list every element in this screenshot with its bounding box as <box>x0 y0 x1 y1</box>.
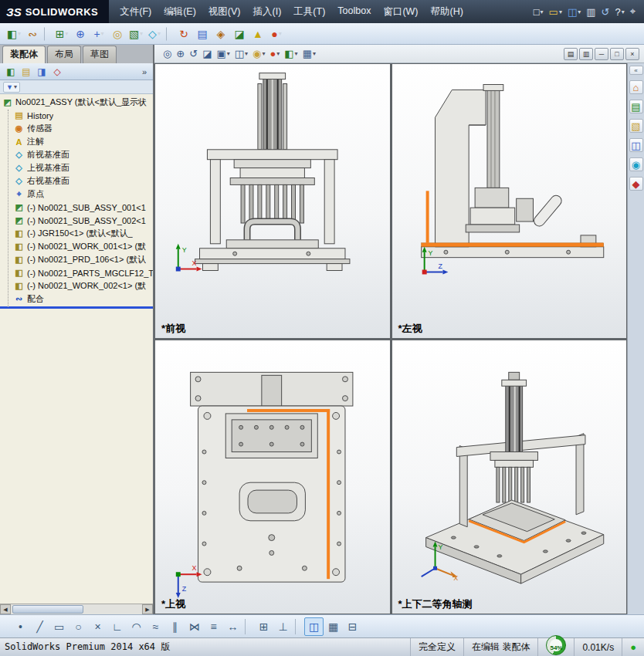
sketch-separator[interactable] <box>295 619 302 634</box>
menu-insert[interactable]: 插入(I) <box>247 2 288 22</box>
linear-sketch-pattern-button[interactable]: ⊞ <box>254 617 273 636</box>
window-cascade-button[interactable]: ▤ <box>564 48 578 60</box>
viewport-layout-button[interactable]: ◫ <box>304 617 324 636</box>
menu-tools[interactable]: 工具(T) <box>287 2 331 22</box>
sketch-point-button[interactable]: • <box>11 617 30 636</box>
smart-dimension-button[interactable]: ↔ <box>223 617 242 636</box>
insert-components-button[interactable]: ◧ ▾ <box>5 25 23 42</box>
menu-edit[interactable]: 编辑(E) <box>158 2 202 22</box>
zoom-to-area-button[interactable]: ⊕ <box>174 46 187 62</box>
tree-item-history[interactable]: ▤ History <box>0 109 153 122</box>
panel-expand-button[interactable]: » <box>139 67 150 76</box>
viewport-front[interactable]: Y X *前视 <box>155 64 390 338</box>
viewport-isometric[interactable]: Y X *上下二等角轴测 <box>392 340 627 614</box>
propertymanager-tab[interactable]: ▤ <box>19 65 34 79</box>
window-minimize-button[interactable]: ─ <box>595 48 608 60</box>
tree-item-work-001[interactable]: ◧ (-) No0021_WORK_001<1> (默 <box>0 240 153 253</box>
mate-button[interactable]: ∾ <box>23 25 42 42</box>
assembly-features-button[interactable]: ▧ ▾ <box>127 25 145 42</box>
view-palette-icon[interactable]: ◫ <box>629 138 643 152</box>
tree-item-sub-assy-002[interactable]: ◩ (-) No0021_SUB_ASSY_002<1 <box>0 214 153 227</box>
zoom-to-fit-button[interactable]: ◎ <box>161 46 174 62</box>
offset-entities-button[interactable]: ∥ <box>165 617 185 636</box>
print-button[interactable]: ▥ <box>584 3 598 20</box>
sketch-arc-button[interactable]: ◠ <box>127 617 146 636</box>
sketch-separator[interactable] <box>245 619 252 634</box>
hide-show-items-button[interactable]: ◉ ▾ <box>250 46 267 62</box>
task-pane-home-icon[interactable]: ⌂ <box>629 80 643 94</box>
window-close-button[interactable]: × <box>625 48 639 60</box>
appearances-scenes-icon[interactable]: ◉ <box>629 157 643 171</box>
pin-menu-button[interactable]: ⌖ <box>628 3 638 20</box>
tree-item-parts-mgclf12[interactable]: ◧ (-) No0021_PARTS_MGCLF12_T <box>0 266 153 279</box>
custom-properties-icon[interactable]: ◆ <box>629 177 643 191</box>
open-document-button[interactable]: ▭ ▾ <box>547 3 564 20</box>
tree-item-root-assembly[interactable]: ◩ No0021_ASSY (默认<默认_显示状 <box>0 96 153 109</box>
menu-help[interactable]: 帮助(H) <box>425 2 469 22</box>
toolbar-separator[interactable] <box>166 27 172 41</box>
view-settings-button[interactable]: ▦ ▾ <box>300 46 318 62</box>
linear-component-pattern-button[interactable]: ⊞ ▾ <box>53 25 71 42</box>
add-relations-button[interactable]: ⊥ <box>273 617 293 636</box>
tree-horizontal-scrollbar[interactable]: ◀ ▶ <box>0 604 153 614</box>
reference-geometry-button[interactable]: ◇ ▾ <box>145 25 164 42</box>
viewport-top[interactable]: X Z *上视 <box>155 340 390 614</box>
viewport-left[interactable]: Y Z *左视 <box>392 64 627 338</box>
tree-item-right-plane[interactable]: ◇ 右视基准面 <box>0 174 153 188</box>
scrollbar-thumb[interactable] <box>12 605 83 614</box>
bill-of-materials-button[interactable]: ▤ <box>193 25 212 42</box>
exploded-view-button[interactable]: ◈ <box>212 25 230 42</box>
tree-item-sub-assy-001[interactable]: ◩ (-) No0021_SUB_ASSY_001<1 <box>0 201 153 214</box>
help-button[interactable]: ? ▾ <box>612 3 626 20</box>
menu-window[interactable]: 窗口(W) <box>377 2 424 22</box>
section-view-button[interactable]: ◪ <box>200 46 214 62</box>
tab-sketch[interactable]: 草图 <box>83 46 117 63</box>
tree-item-jgr150[interactable]: ◧ (-) JGR150<1> (默认<默认_ <box>0 227 153 240</box>
smart-fasteners-button[interactable]: ⊕ <box>71 25 90 42</box>
grid-view-button[interactable]: ▦ <box>324 617 343 636</box>
tree-item-sensors[interactable]: ◉ 传感器 <box>0 122 153 135</box>
tree-item-annotations[interactable]: A 注解 <box>0 135 153 148</box>
tree-item-origin[interactable]: ⌖ 原点 <box>0 188 153 201</box>
interference-detection-button[interactable]: ◪ <box>230 25 249 42</box>
show-hidden-components-button[interactable]: ◎ <box>108 25 127 42</box>
sketch-line-button[interactable]: ╱ <box>30 617 49 636</box>
sketch-circle-button[interactable]: ○ <box>69 617 88 636</box>
scroll-right-icon[interactable]: ▶ <box>142 604 153 614</box>
toolbar-separator[interactable] <box>44 27 50 41</box>
display-style-button[interactable]: ◫ ▾ <box>232 46 250 62</box>
menu-toolbox[interactable]: Toolbox <box>331 2 377 22</box>
window-tile-button[interactable]: ▥ <box>579 48 593 60</box>
view-orientation-button[interactable]: ▣ ▾ <box>214 46 232 62</box>
tree-item-front-plane[interactable]: ◇ 前视基准面 <box>0 148 153 161</box>
tree-filter-button[interactable]: ▼ ▾ <box>3 82 20 93</box>
tree-item-mates[interactable]: ∾ 配合 <box>0 292 153 306</box>
instant3d-button[interactable]: ▲ <box>249 25 267 42</box>
mirror-entities-button[interactable]: ⋈ <box>185 617 204 636</box>
save-button[interactable]: ◫ ▾ <box>565 3 583 20</box>
tree-item-work-002[interactable]: ◧ (-) No0021_WORK_002<1> (默 <box>0 279 153 292</box>
panel-splitter[interactable] <box>0 306 153 309</box>
window-restore-button[interactable]: □ <box>610 48 624 60</box>
previous-view-button[interactable]: ↺ <box>187 46 200 62</box>
tab-layout[interactable]: 布局 <box>47 46 81 63</box>
apply-scene-button[interactable]: ◧ ▾ <box>282 46 300 62</box>
featuremanager-tab[interactable]: ◧ <box>3 65 19 79</box>
convert-entities-button[interactable]: ≡ <box>204 617 223 636</box>
appearances-button[interactable]: ● ▾ <box>267 25 286 42</box>
perpendicular-relation-button[interactable]: ∟ <box>107 617 127 636</box>
task-pane-collapse-button[interactable]: « <box>629 66 643 75</box>
sketch-spline-button[interactable]: ≈ <box>146 617 165 636</box>
new-motion-study-button[interactable]: ↻ <box>175 25 193 42</box>
file-explorer-icon[interactable]: ▧ <box>629 119 643 133</box>
edit-appearance-button[interactable]: ● ▾ <box>267 46 282 62</box>
sketch-rectangle-button[interactable]: ▭ <box>49 617 69 636</box>
new-document-button[interactable]: □ ▾ <box>531 3 546 20</box>
table-view-button[interactable]: ⊟ <box>343 617 362 636</box>
tab-assembly[interactable]: 装配体 <box>2 46 46 63</box>
menu-file[interactable]: 文件(F) <box>114 2 158 22</box>
scroll-left-icon[interactable]: ◀ <box>0 604 11 614</box>
move-component-button[interactable]: + ▾ <box>90 25 108 42</box>
configurationmanager-tab[interactable]: ◨ <box>34 65 49 79</box>
dimxpert-tab[interactable]: ◇ <box>49 65 65 79</box>
